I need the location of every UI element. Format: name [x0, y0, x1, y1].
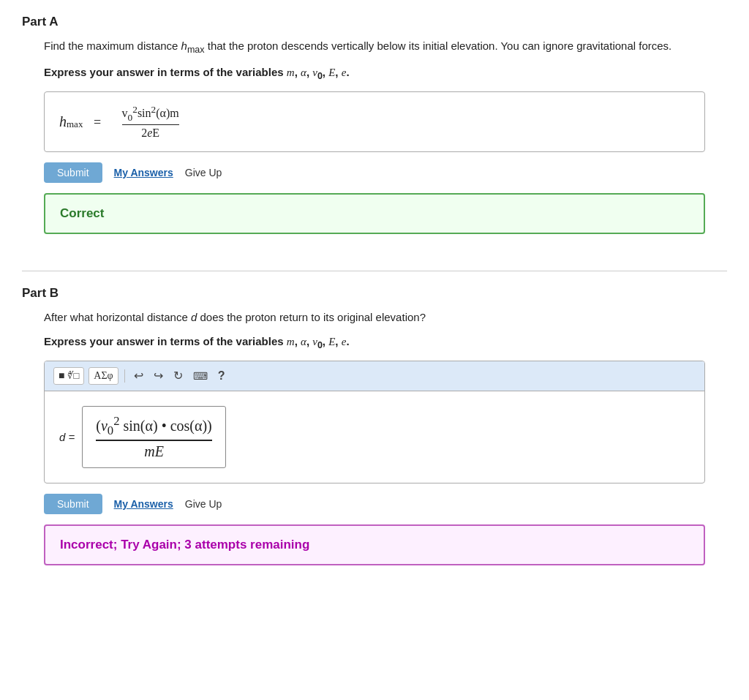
part-a-correct-text: Correct	[60, 206, 104, 220]
part-a-description: Find the maximum distance hmax that the …	[44, 38, 727, 57]
part-b-give-up-link[interactable]: Give Up	[185, 498, 222, 510]
greek-group[interactable]: AΣφ	[89, 367, 118, 385]
part-a-formula: v02sin2(α)m 2eE	[122, 104, 179, 140]
part-a-submit-button[interactable]: Submit	[44, 162, 102, 183]
section-divider	[22, 271, 727, 271]
part-b-answer-box: ■ ∜□ AΣφ ↩ ↪ ↻ ⌨ ? d = (v02 sin(α) • cos…	[44, 361, 705, 484]
keyboard-button[interactable]: ⌨	[190, 369, 211, 383]
part-b-formula-box[interactable]: (v02 sin(α) • cos(α)) mE	[82, 406, 225, 469]
part-b-toolbar: ■ ∜□ AΣφ ↩ ↪ ↻ ⌨ ?	[45, 361, 704, 391]
part-a-correct-box: Correct	[44, 193, 705, 234]
undo-button[interactable]: ↩	[131, 367, 146, 384]
redo-button[interactable]: ↪	[151, 367, 166, 384]
part-a-my-answers-link[interactable]: My Answers	[114, 167, 173, 178]
greek-icon: AΣφ	[94, 370, 113, 382]
part-a-denominator: 2eE	[141, 125, 159, 140]
part-b-incorrect-text: Incorrect; Try Again; 3 attempts remaini…	[60, 538, 309, 552]
part-b-submit-button[interactable]: Submit	[44, 494, 102, 514]
part-a-controls: Submit My Answers Give Up	[44, 162, 727, 183]
part-a-numerator: v02sin2(α)m	[122, 104, 179, 126]
part-b-formula: (v02 sin(α) • cos(α)) mE	[96, 414, 211, 461]
help-button[interactable]: ?	[215, 368, 228, 384]
part-b-title: Part B	[22, 286, 727, 301]
toolbar-separator	[124, 369, 125, 383]
part-b-my-answers-link[interactable]: My Answers	[114, 498, 173, 510]
part-a-express-label: Express your answer in terms of the vari…	[44, 66, 727, 81]
part-b-description: After what horizontal distance d does th…	[44, 309, 727, 326]
part-b-incorrect-box: Incorrect; Try Again; 3 attempts remaini…	[44, 524, 705, 565]
part-b-denominator: mE	[144, 441, 164, 460]
part-a-lhs: hmax =	[59, 113, 112, 130]
part-a-title: Part A	[22, 15, 727, 29]
part-a-section: Part A Find the maximum distance hmax th…	[22, 15, 727, 263]
radical-icon: ∜□	[67, 370, 79, 382]
matrix-radical-group[interactable]: ■ ∜□	[53, 367, 84, 385]
part-b-input-row: d = (v02 sin(α) • cos(α)) mE	[45, 391, 704, 483]
part-b-section: Part B After what horizontal distance d …	[22, 286, 727, 580]
part-b-lhs: d =	[59, 431, 75, 443]
refresh-button[interactable]: ↻	[170, 367, 186, 384]
part-a-answer-box: hmax = v02sin2(α)m 2eE	[44, 91, 705, 153]
part-b-numerator: (v02 sin(α) • cos(α))	[96, 414, 211, 442]
matrix-icon: ■	[59, 370, 64, 382]
part-b-express-label: Express your answer in terms of the vari…	[44, 335, 727, 350]
part-a-give-up-link[interactable]: Give Up	[185, 167, 222, 178]
part-b-controls: Submit My Answers Give Up	[44, 494, 727, 514]
